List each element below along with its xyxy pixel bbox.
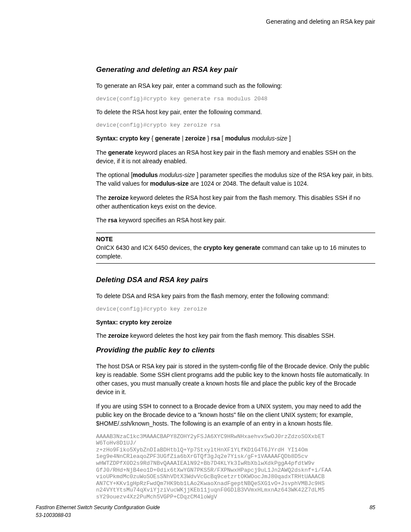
code-block: device(config)#crypto key zeroize xyxy=(96,305,375,314)
paragraph: The optional [modulus modulus-size ] par… xyxy=(96,171,375,188)
syntax-text: ] xyxy=(287,135,291,142)
text: keyword specifies an RSA host key pair. xyxy=(117,217,226,224)
text: The xyxy=(96,332,108,339)
text: crypto key generate xyxy=(203,244,260,251)
paragraph: If you are using SSH to connect to a Bro… xyxy=(96,402,375,428)
page-footer: FastIron Ethernet Switch Security Config… xyxy=(36,504,375,519)
paragraph: To delete DSA and RSA key pairs from the… xyxy=(96,292,375,300)
note-label: NOTE xyxy=(96,235,375,243)
text: keyword deletes the host key pair from t… xyxy=(128,332,335,339)
syntax-text: | xyxy=(180,135,185,142)
heading-providing-public-key: Providing the public key to clients xyxy=(96,345,375,356)
note-text: OnICX 6430 and ICX 6450 devices, the cry… xyxy=(96,243,375,261)
heading-deleting-dsa-rsa: Deleting DSA and RSA key pairs xyxy=(96,275,375,286)
text: modulus-size xyxy=(159,171,195,178)
footer-page-number: 85 xyxy=(370,504,375,511)
text: modulus xyxy=(133,171,158,178)
syntax-text: generate xyxy=(155,135,180,142)
paragraph: The rsa keyword specifies an RSA host ke… xyxy=(96,216,375,224)
syntax-text: [ xyxy=(220,135,225,142)
footer-title: FastIron Ethernet Switch Security Config… xyxy=(36,504,160,511)
footer-docnum: 53-1003088-03 xyxy=(36,512,71,519)
text: keyword places an RSA host key pair in t… xyxy=(96,149,356,165)
syntax-text: modulus-size xyxy=(252,135,287,142)
running-header: Generating and deleting an RSA key pair xyxy=(96,17,375,26)
text: The xyxy=(96,217,108,224)
key-block: AAAAB3NzaC1kc3MAAACBAPY8ZOHY2yFSJA6XYC9H… xyxy=(96,433,375,501)
text: generate xyxy=(108,149,133,156)
text: zeroize xyxy=(108,194,128,201)
text: zeroize xyxy=(108,332,128,339)
syntax-text: } xyxy=(206,135,211,142)
text: The optional [ xyxy=(96,171,133,178)
paragraph: To generate an RSA key pair, enter a com… xyxy=(96,81,375,90)
code-block: device(config)#crypto key zeroize rsa xyxy=(96,121,375,130)
syntax-text: Syntax: crypto key xyxy=(96,135,150,142)
heading-generate-delete-rsa: Generating and deleting an RSA key pair xyxy=(96,65,375,75)
syntax-text: rsa xyxy=(211,135,220,142)
text: are 1024 or 2048. The default value is 1… xyxy=(189,180,308,187)
syntax-text: zeroize xyxy=(185,135,206,142)
syntax-text: modulus xyxy=(225,135,250,142)
paragraph: The host DSA or RSA key pair is stored i… xyxy=(96,362,375,397)
text: rsa xyxy=(108,217,117,224)
paragraph: To delete the RSA host key pair, enter t… xyxy=(96,108,375,116)
paragraph: The zeroize keyword deletes the host key… xyxy=(96,331,375,340)
text: keyword deletes the RSA host key pair fr… xyxy=(96,194,360,210)
code-block: device(config)#crypto key generate rsa m… xyxy=(96,95,375,103)
text: modulus-size xyxy=(150,180,188,187)
paragraph: The zeroize keyword deletes the RSA host… xyxy=(96,193,375,211)
text: The xyxy=(96,149,108,156)
syntax-text: { xyxy=(150,135,155,142)
text: The xyxy=(96,194,108,201)
syntax-line: Syntax: crypto key { generate | zeroize … xyxy=(96,134,375,143)
text: OnICX 6430 and ICX 6450 devices, the xyxy=(96,244,203,251)
note-block: NOTE OnICX 6430 and ICX 6450 devices, th… xyxy=(96,233,375,264)
syntax-line: Syntax: crypto key zeroize xyxy=(96,318,375,327)
paragraph: The generate keyword places an RSA host … xyxy=(96,148,375,166)
